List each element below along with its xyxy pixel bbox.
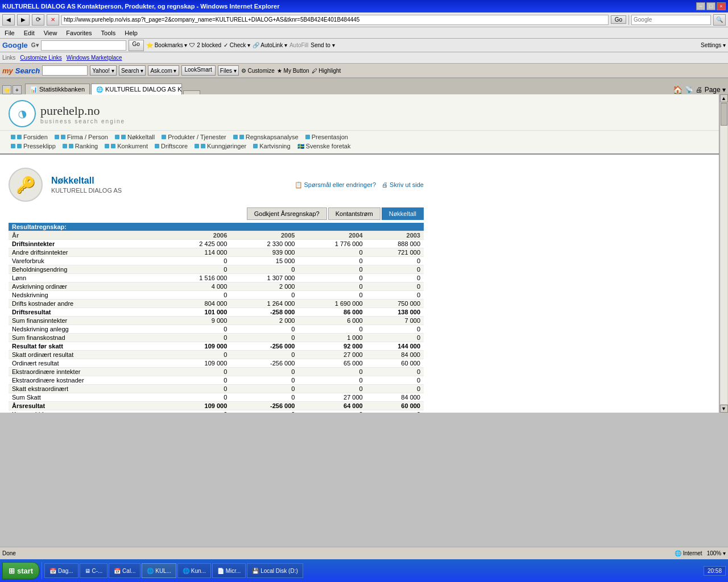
- mysearch-input[interactable]: [42, 65, 88, 76]
- nav-presentasjon[interactable]: Presentasjon: [303, 133, 350, 141]
- google-autofill[interactable]: AutoFill: [289, 42, 308, 48]
- cell-value: 65 000: [298, 359, 366, 368]
- table-row: Sum finansinntekter 9 000 2 000 6 000 7 …: [9, 317, 424, 325]
- links-bar: Links Customize Links Windows Marketplac…: [0, 52, 728, 64]
- cell-value: 0: [366, 274, 424, 282]
- nav-dot: [162, 135, 166, 139]
- menu-bar: File Edit View Favorites Tools Help: [0, 27, 728, 39]
- print-link[interactable]: 🖨 Skriv ut side: [382, 181, 424, 189]
- google-go-button[interactable]: Go: [129, 40, 144, 51]
- scroll-up-button[interactable]: ▲: [720, 94, 728, 102]
- nav-dot: [69, 144, 73, 148]
- purehelp-nav: Forsiden Firma / Person Nøkkeltall Produ…: [0, 131, 719, 155]
- tab-kulturell-dialog[interactable]: 🌐 KULTURELL DIALOG AS K... ✕: [91, 84, 182, 95]
- row-label: Konsernbidrag: [9, 410, 163, 413]
- nav-kartvisning[interactable]: Kartvisning: [251, 142, 292, 150]
- looksmart-btn[interactable]: LookSmart: [181, 65, 216, 76]
- nav-label: Ranking: [75, 143, 98, 149]
- forward-button[interactable]: ▶: [17, 14, 30, 26]
- google-bookmarks[interactable]: ⭐ Bookmarks ▾: [146, 42, 188, 48]
- nav-label: Regnskapsanalyse: [246, 134, 299, 140]
- stop-button[interactable]: ✕: [47, 14, 59, 26]
- nav-regnskap[interactable]: Regnskapsanalyse: [231, 133, 301, 141]
- back-button[interactable]: ◀: [2, 14, 15, 26]
- search-button[interactable]: 🔍: [713, 14, 726, 26]
- search-dropdown[interactable]: Search ▾: [119, 65, 146, 76]
- tab-statistikkbanken[interactable]: 📊 Statistikkbanken: [25, 84, 90, 94]
- menu-view[interactable]: View: [42, 29, 60, 37]
- minimize-button[interactable]: −: [696, 2, 705, 10]
- tab-nokkeltall-active[interactable]: Nøkkeltall: [382, 207, 424, 220]
- nav-svenske[interactable]: 🇸🇪 Svenske foretak: [295, 142, 353, 150]
- google-settings[interactable]: Settings ▾: [701, 42, 726, 48]
- customize-btn[interactable]: ⚙ Customize: [241, 68, 275, 74]
- rss-icon[interactable]: 📡: [685, 86, 693, 94]
- google-autolink[interactable]: 🔗 AutoLink ▾: [253, 42, 287, 48]
- google-g: G▾: [31, 42, 39, 48]
- add-tab-icon[interactable]: +: [13, 85, 22, 94]
- scroll-thumb[interactable]: [721, 103, 727, 126]
- browser-search-input[interactable]: [631, 15, 711, 25]
- nav-nokkeltall[interactable]: Nøkkeltall: [113, 133, 157, 141]
- scroll-down-button[interactable]: ▼: [720, 405, 728, 413]
- menu-help[interactable]: Help: [122, 29, 140, 37]
- nav-forsiden[interactable]: Forsiden: [9, 133, 50, 141]
- nav-firma[interactable]: Firma / Person: [52, 133, 110, 141]
- tab-godkjent[interactable]: Godkjent Årsregnskap?: [247, 207, 327, 220]
- row-label: Sum finanskostnad: [9, 334, 163, 342]
- maximize-button[interactable]: □: [706, 2, 715, 10]
- google-search-input[interactable]: [41, 40, 126, 51]
- mybutton-btn[interactable]: ★ My Button: [277, 68, 309, 74]
- cell-value: 0: [298, 257, 366, 265]
- nav-dot: [17, 144, 22, 148]
- nav-ranking[interactable]: Ranking: [60, 142, 100, 150]
- cell-value: 86 000: [298, 308, 366, 317]
- row-label: Andre driftsinntekter: [9, 248, 163, 257]
- menu-edit[interactable]: Edit: [22, 29, 37, 37]
- home-icon[interactable]: 🏠: [673, 85, 682, 94]
- close-button[interactable]: ×: [717, 2, 726, 10]
- google-blocked[interactable]: 🛡 2 blocked: [189, 42, 221, 48]
- tab-label: Kontantstrøm: [336, 210, 373, 217]
- cell-value: 0: [230, 351, 298, 359]
- row-label: Ordinært resultat: [9, 359, 163, 368]
- nav-presseklipp[interactable]: Presseklipp: [9, 142, 58, 150]
- highlight-btn[interactable]: 🖊 Highlight: [312, 68, 341, 74]
- cell-value: 0: [366, 291, 424, 300]
- google-sendto[interactable]: Send to ▾: [311, 42, 334, 48]
- page-scroll-area[interactable]: ◑ purehelp.no business search engine For…: [0, 94, 719, 413]
- window-controls: − □ ×: [696, 2, 726, 10]
- scrollbar[interactable]: ▲ ▼: [719, 94, 728, 413]
- nav-driftscore[interactable]: Driftscore: [152, 142, 190, 150]
- files-dropdown[interactable]: Files ▾: [218, 65, 239, 76]
- nav-konkurrent[interactable]: Konkurrent: [102, 142, 150, 150]
- nav-kunngjoeringer[interactable]: Kunngjøringer: [192, 142, 249, 150]
- nav-produkter[interactable]: Produkter / Tjenester: [159, 133, 229, 141]
- cell-value: 0: [298, 325, 366, 334]
- window-title: KULTURELL DIALOG AS Kontaktperson, Produ…: [2, 3, 279, 10]
- cell-value: 144 000: [366, 342, 424, 351]
- row-label: Avskrivning ordinær: [9, 282, 163, 291]
- purehelp-logo: ◑ purehelp.no business search engine: [9, 100, 710, 127]
- tab-new[interactable]: [183, 90, 200, 94]
- address-input[interactable]: [61, 15, 609, 25]
- favorites-icon[interactable]: ⭐: [2, 85, 11, 94]
- row-label: Vareforbruk: [9, 257, 163, 265]
- cell-value: 0: [298, 248, 366, 257]
- link-marketplace[interactable]: Windows Marketplace: [67, 55, 122, 61]
- yahoo-dropdown[interactable]: Yahoo! ▾: [90, 65, 117, 76]
- menu-file[interactable]: File: [2, 29, 17, 37]
- refresh-button[interactable]: ⟳: [32, 14, 44, 26]
- cell-value: 0: [163, 291, 230, 300]
- go-button[interactable]: Go: [611, 15, 626, 24]
- nav-label: Nøkkeltall: [127, 134, 155, 140]
- askcom-dropdown[interactable]: Ask.com ▾: [148, 65, 179, 76]
- menu-tools[interactable]: Tools: [99, 29, 118, 37]
- tab-kontantstrom[interactable]: Kontantstrøm: [328, 207, 380, 220]
- menu-favorites[interactable]: Favorites: [64, 29, 94, 37]
- link-customize[interactable]: Customize Links: [20, 55, 61, 61]
- questions-link[interactable]: 📋 Spørsmål eller endringer?: [295, 181, 377, 189]
- print-icon[interactable]: 🖨: [696, 86, 702, 94]
- page-menu[interactable]: Page ▾: [705, 86, 726, 94]
- google-check[interactable]: ✓ Check ▾: [224, 42, 250, 48]
